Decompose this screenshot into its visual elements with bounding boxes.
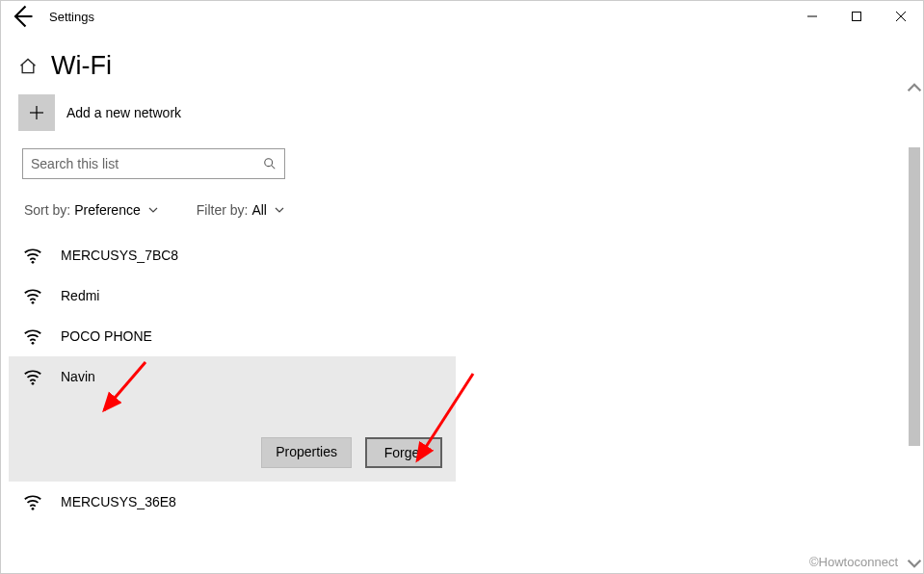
vertical-scrollbar[interactable]	[907, 80, 922, 571]
scroll-thumb[interactable]	[909, 147, 920, 446]
chevron-down-icon	[275, 205, 284, 215]
network-row: Navin	[22, 366, 442, 387]
search-container	[22, 148, 285, 179]
maximize-icon	[851, 11, 862, 22]
network-item[interactable]: NavinPropertiesForget	[9, 356, 456, 482]
search-icon	[263, 157, 277, 170]
network-actions: PropertiesForget	[22, 437, 442, 468]
wifi-icon	[22, 366, 43, 387]
wifi-icon	[22, 245, 43, 266]
svg-point-8	[32, 261, 35, 264]
network-item[interactable]: MERCUSYS_7BC8	[9, 235, 456, 275]
network-name: Redmi	[61, 288, 99, 303]
svg-point-10	[32, 342, 35, 345]
close-icon	[895, 11, 907, 22]
forget-button[interactable]: Forget	[365, 437, 442, 468]
add-network-button[interactable]	[18, 94, 55, 131]
network-item[interactable]: MERCUSYS_36E8	[9, 482, 456, 522]
sort-by-label: Sort by:	[24, 202, 70, 218]
scroll-up-button[interactable]	[907, 80, 922, 95]
sort-filter-bar: Sort by: Preference Filter by: All	[1, 179, 923, 218]
chevron-down-icon	[907, 556, 922, 571]
scroll-down-button[interactable]	[907, 556, 922, 571]
title-bar: Settings	[1, 1, 923, 32]
svg-point-9	[32, 301, 35, 304]
filter-by-dropdown[interactable]: Filter by: All	[197, 202, 284, 218]
network-item[interactable]: Redmi	[9, 275, 456, 316]
wifi-icon	[22, 491, 43, 512]
search-action[interactable]	[263, 157, 277, 170]
properties-button[interactable]: Properties	[261, 437, 352, 468]
network-name: MERCUSYS_36E8	[61, 494, 176, 509]
maximize-button[interactable]	[834, 1, 879, 32]
minimize-icon	[806, 11, 818, 22]
window-controls	[790, 1, 923, 32]
network-name: Navin	[61, 369, 95, 384]
svg-line-7	[272, 166, 276, 170]
wifi-icon	[22, 326, 43, 347]
search-row	[1, 131, 923, 179]
minimize-button[interactable]	[790, 1, 834, 32]
svg-point-11	[32, 382, 35, 385]
close-button[interactable]	[879, 1, 923, 32]
add-network-label: Add a new network	[66, 105, 181, 120]
network-item[interactable]: POCO PHONE	[9, 316, 456, 356]
wifi-icon	[22, 285, 43, 306]
page-header: Wi-Fi	[1, 32, 923, 91]
back-arrow-icon	[9, 3, 36, 30]
watermark: ©Howtoconnect	[809, 555, 898, 569]
network-list: MERCUSYS_7BC8RedmiPOCO PHONENavinPropert…	[1, 218, 456, 522]
svg-point-12	[32, 508, 35, 510]
filter-by-value: All	[251, 202, 267, 218]
filter-by-label: Filter by:	[197, 202, 249, 218]
add-network-row: Add a new network	[1, 91, 923, 131]
search-input[interactable]	[31, 156, 263, 171]
network-name: POCO PHONE	[61, 328, 152, 344]
chevron-down-icon	[148, 205, 158, 215]
home-icon	[18, 57, 38, 76]
sort-by-dropdown[interactable]: Sort by: Preference	[24, 202, 158, 218]
chevron-up-icon	[907, 80, 922, 95]
home-button[interactable]	[18, 57, 38, 76]
svg-point-6	[265, 159, 273, 167]
page-title: Wi-Fi	[51, 51, 112, 81]
svg-rect-1	[853, 13, 861, 21]
network-name: MERCUSYS_7BC8	[61, 248, 178, 263]
back-button[interactable]	[9, 3, 36, 30]
window-title: Settings	[49, 10, 94, 24]
sort-by-value: Preference	[74, 202, 140, 218]
plus-icon	[30, 106, 43, 119]
